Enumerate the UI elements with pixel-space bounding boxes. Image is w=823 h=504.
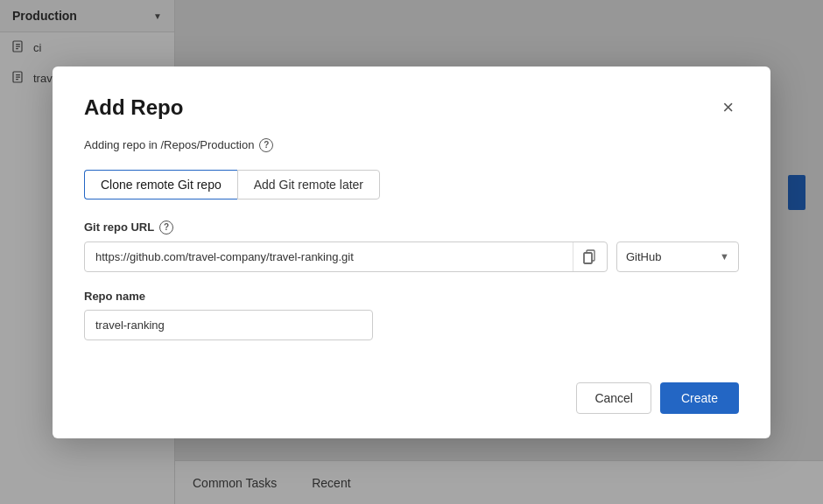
repo-name-field-group: Repo name [84, 290, 739, 340]
copy-icon [582, 248, 598, 264]
create-button[interactable]: Create [660, 382, 739, 414]
subtitle-text: Adding repo in /Repos/Production [84, 138, 254, 151]
modal-subtitle: Adding repo in /Repos/Production ? [84, 138, 739, 152]
url-input-wrapper [84, 242, 608, 272]
tab-clone-remote[interactable]: Clone remote Git repo [84, 170, 237, 200]
tab-add-later[interactable]: Add Git remote later [237, 170, 380, 200]
git-url-input[interactable] [85, 242, 573, 271]
add-repo-modal: Add Repo × Adding repo in /Repos/Product… [53, 66, 770, 438]
provider-chevron-icon: ▼ [720, 251, 729, 262]
git-url-label: Git repo URL ? [84, 220, 739, 234]
modal-header: Add Repo × [84, 94, 739, 121]
git-url-row: GitHub ▼ [84, 242, 739, 272]
modal-backdrop: Add Repo × Adding repo in /Repos/Product… [0, 0, 823, 504]
subtitle-help-icon[interactable]: ? [259, 138, 273, 152]
svg-rect-9 [584, 253, 592, 263]
tab-group: Clone remote Git repo Add Git remote lat… [84, 170, 739, 200]
git-url-help-icon[interactable]: ? [159, 220, 173, 234]
git-url-field-group: Git repo URL ? GitHub ▼ [84, 220, 739, 272]
modal-footer: Cancel Create [84, 368, 739, 414]
modal-title: Add Repo [84, 95, 183, 120]
provider-select[interactable]: GitHub ▼ [616, 242, 739, 272]
provider-label: GitHub [626, 250, 713, 263]
cancel-button[interactable]: Cancel [576, 382, 651, 414]
repo-name-input[interactable] [84, 310, 373, 340]
modal-close-button[interactable]: × [717, 94, 739, 121]
url-copy-icon-button[interactable] [573, 242, 607, 271]
repo-name-label: Repo name [84, 290, 739, 303]
